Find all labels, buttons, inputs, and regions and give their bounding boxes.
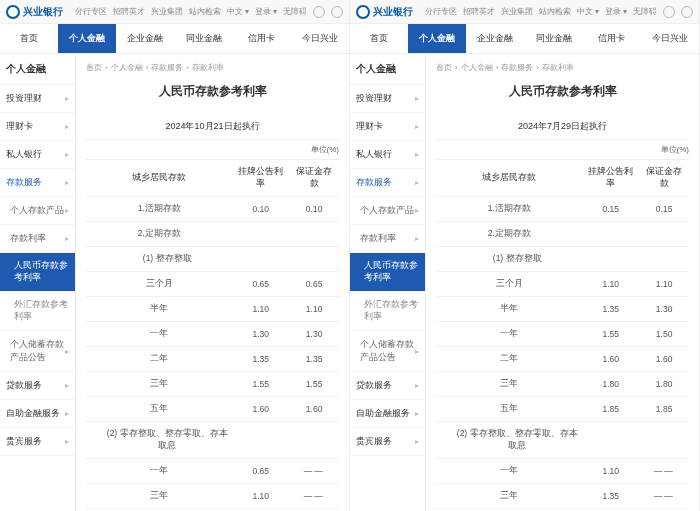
topbar-link-3[interactable]: 站内检索 [539, 6, 571, 17]
breadcrumb-item-2[interactable]: 存款服务 [151, 63, 183, 72]
sidebar-item-label: 理财卡 [356, 120, 383, 133]
row-rate-1: 1.35 [582, 484, 639, 509]
row-rate-1: 1.35 [582, 297, 639, 322]
sidebar-title: 个人金融 [0, 54, 75, 85]
nav-item-0[interactable]: 首页 [350, 24, 408, 53]
sidebar-item-1[interactable]: 理财卡▸ [0, 113, 75, 141]
row-rate-1: 1.85 [582, 397, 639, 422]
table-row: 三年1.551.55 [86, 372, 339, 397]
sidebar-item-11[interactable]: 贵宾服务▸ [0, 428, 75, 456]
search-icon[interactable] [313, 6, 325, 18]
row-label: 五年 [86, 397, 232, 422]
sidebar-item-5[interactable]: 存款利率▸ [350, 225, 425, 253]
sidebar-item-5[interactable]: 存款利率▸ [0, 225, 75, 253]
table-row: 二年1.601.60 [436, 347, 689, 372]
logo-icon [6, 5, 20, 19]
sidebar-item-1[interactable]: 理财卡▸ [350, 113, 425, 141]
breadcrumb-item-0[interactable]: 首页 [436, 63, 452, 72]
chevron-right-icon: ▸ [65, 347, 69, 356]
nav-item-2[interactable]: 企业金融 [466, 24, 524, 53]
nav-item-1[interactable]: 个人金融 [58, 24, 116, 53]
table-row: 三年1.801.80 [436, 372, 689, 397]
topbar-link-6[interactable]: 无障碍 [633, 6, 657, 17]
sidebar: 个人金融投资理财▸理财卡▸私人银行▸存款服务▸个人存款产品▸存款利率▸人民币存款… [350, 54, 426, 511]
logo-icon [356, 5, 370, 19]
sidebar-item-9[interactable]: 贷款服务▸ [350, 372, 425, 400]
breadcrumb-item-2[interactable]: 存款服务 [501, 63, 533, 72]
user-icon[interactable] [681, 6, 693, 18]
search-icon[interactable] [663, 6, 675, 18]
topbar-link-0[interactable]: 分行专区 [75, 6, 107, 17]
row-rate-2: —— [639, 459, 689, 484]
chevron-right-icon: ▸ [65, 437, 69, 446]
nav-item-4[interactable]: 信用卡 [233, 24, 291, 53]
row-label: (1) 整存整取 [436, 247, 582, 272]
sidebar-item-7[interactable]: 外汇存款参考利率 [350, 292, 425, 331]
sidebar-item-6[interactable]: 人民币存款参考利率 [350, 253, 425, 292]
breadcrumb-item-3[interactable]: 存款利率 [542, 63, 574, 72]
breadcrumb-item-1[interactable]: 个人金融 [111, 63, 143, 72]
topbar-link-4[interactable]: 中文 ▾ [227, 6, 249, 17]
topbar-link-1[interactable]: 招聘英才 [113, 6, 145, 17]
table-row: 三个月1.101.10 [436, 272, 689, 297]
sidebar-item-3[interactable]: 存款服务▸ [0, 169, 75, 197]
sidebar-item-label: 理财卡 [6, 120, 33, 133]
effective-date: 2024年10月21日起执行 [86, 114, 339, 140]
nav-item-5[interactable]: 今日兴业 [641, 24, 699, 53]
chevron-right-icon: ▸ [415, 347, 419, 356]
topbar-link-1[interactable]: 招聘英才 [463, 6, 495, 17]
col-header-0: 城乡居民存款 [436, 160, 582, 197]
sidebar-item-label: 贷款服务 [6, 379, 42, 392]
breadcrumb-item-0[interactable]: 首页 [86, 63, 102, 72]
topbar-link-6[interactable]: 无障碍 [283, 6, 307, 17]
nav-item-3[interactable]: 同业金融 [525, 24, 583, 53]
row-rate-2: 1.80 [639, 372, 689, 397]
sidebar-item-4[interactable]: 个人存款产品▸ [350, 197, 425, 225]
topbar-link-0[interactable]: 分行专区 [425, 6, 457, 17]
sidebar-item-0[interactable]: 投资理财▸ [0, 85, 75, 113]
main-nav: 首页个人金融企业金融同业金融信用卡今日兴业 [350, 24, 699, 54]
sidebar-item-2[interactable]: 私人银行▸ [350, 141, 425, 169]
table-row: 二年1.351.35 [86, 347, 339, 372]
nav-item-0[interactable]: 首页 [0, 24, 58, 53]
topbar-link-2[interactable]: 兴业集团 [501, 6, 533, 17]
sidebar-item-11[interactable]: 贵宾服务▸ [350, 428, 425, 456]
sidebar-item-label: 个人储蓄存款产品公告 [360, 338, 415, 364]
topbar-link-5[interactable]: 登录 ▾ [605, 6, 627, 17]
topbar-link-4[interactable]: 中文 ▾ [577, 6, 599, 17]
row-label: 1.活期存款 [436, 197, 582, 222]
topbar-link-3[interactable]: 站内检索 [189, 6, 221, 17]
row-label: 三个月 [86, 272, 232, 297]
topbar-link-5[interactable]: 登录 ▾ [255, 6, 277, 17]
breadcrumb-item-3[interactable]: 存款利率 [192, 63, 224, 72]
nav-item-2[interactable]: 企业金融 [116, 24, 174, 53]
sidebar-item-label: 外汇存款参考利率 [14, 299, 69, 323]
sidebar-item-9[interactable]: 贷款服务▸ [0, 372, 75, 400]
breadcrumb-sep: › [496, 63, 499, 72]
sidebar-item-0[interactable]: 投资理财▸ [350, 85, 425, 113]
sidebar-item-10[interactable]: 自助金融服务▸ [350, 400, 425, 428]
nav-item-3[interactable]: 同业金融 [175, 24, 233, 53]
table-row: 2.定期存款 [86, 222, 339, 247]
topbar-link-2[interactable]: 兴业集团 [151, 6, 183, 17]
logo[interactable]: 兴业银行 [356, 5, 413, 19]
user-icon[interactable] [331, 6, 343, 18]
logo[interactable]: 兴业银行 [6, 5, 63, 19]
sidebar-item-3[interactable]: 存款服务▸ [350, 169, 425, 197]
sidebar: 个人金融投资理财▸理财卡▸私人银行▸存款服务▸个人存款产品▸存款利率▸人民币存款… [0, 54, 76, 511]
sidebar-item-10[interactable]: 自助金融服务▸ [0, 400, 75, 428]
nav-item-5[interactable]: 今日兴业 [291, 24, 349, 53]
nav-item-4[interactable]: 信用卡 [583, 24, 641, 53]
sidebar-item-2[interactable]: 私人银行▸ [0, 141, 75, 169]
sidebar-item-8[interactable]: 个人储蓄存款产品公告▸ [350, 331, 425, 372]
sidebar-item-6[interactable]: 人民币存款参考利率 [0, 253, 75, 292]
sidebar-item-8[interactable]: 个人储蓄存款产品公告▸ [0, 331, 75, 372]
table-row: (1) 整存整取 [86, 247, 339, 272]
sidebar-item-label: 存款服务 [356, 176, 392, 189]
nav-item-1[interactable]: 个人金融 [408, 24, 466, 53]
breadcrumb-item-1[interactable]: 个人金融 [461, 63, 493, 72]
sidebar-item-label: 外汇存款参考利率 [364, 299, 419, 323]
sidebar-item-4[interactable]: 个人存款产品▸ [0, 197, 75, 225]
row-rate-1 [582, 422, 639, 459]
sidebar-item-7[interactable]: 外汇存款参考利率 [0, 292, 75, 331]
